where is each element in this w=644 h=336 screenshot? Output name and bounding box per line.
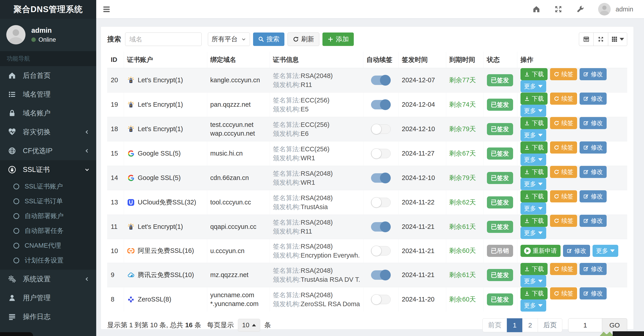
renew-button[interactable]: 续签: [550, 263, 577, 275]
sidebar-subitem-ssl-orders[interactable]: SSL证书订单: [0, 194, 96, 209]
table-fullscreen-button[interactable]: [594, 33, 608, 46]
download-button[interactable]: 下载: [520, 93, 548, 105]
sidebar-item-failover[interactable]: 容灾切换: [0, 123, 96, 141]
renew-button[interactable]: 续签: [550, 93, 577, 105]
table-row: 19Let's Encrypt(1)pan.qqzzz.net签名算法:ECC(…: [107, 92, 627, 117]
auto-renew-toggle[interactable]: [371, 295, 391, 304]
sidebar-subitem-ssl-accounts[interactable]: SSL证书账户: [0, 179, 96, 194]
next-page-button[interactable]: 后页: [538, 318, 562, 332]
download-button[interactable]: 下载: [520, 141, 548, 153]
renew-button[interactable]: 续签: [550, 190, 577, 202]
download-button[interactable]: 下载: [520, 215, 548, 227]
cell-issued-date: 2024-11-21: [398, 263, 446, 287]
sidebar-item-home[interactable]: 后台首页: [0, 66, 96, 85]
reapply-button[interactable]: 重新申请: [520, 245, 560, 257]
prev-page-button[interactable]: 前页: [482, 318, 507, 332]
cell-expires: 剩余60天: [446, 287, 484, 311]
edit-button[interactable]: 修改: [580, 215, 607, 227]
download-button[interactable]: 下载: [520, 68, 548, 80]
search-button[interactable]: 搜索: [253, 33, 284, 46]
cert-algo-label: 签名算法:: [273, 170, 301, 177]
auto-renew-toggle[interactable]: [371, 149, 391, 158]
toggle-knob: [371, 294, 382, 305]
sidebar-toggle-icon[interactable]: [104, 5, 110, 13]
auto-renew-toggle[interactable]: [371, 76, 391, 85]
wrench-icon[interactable]: [576, 5, 584, 13]
download-button[interactable]: 下载: [520, 287, 548, 299]
more-button[interactable]: 更多: [520, 275, 546, 287]
edit-button[interactable]: 修改: [580, 190, 607, 202]
sidebar-item-domain-manage[interactable]: 域名管理: [0, 85, 96, 104]
more-button[interactable]: 更多: [520, 202, 546, 215]
renew-button[interactable]: 续签: [550, 287, 577, 299]
edit-label: 修改: [591, 168, 603, 176]
renew-button[interactable]: 续签: [550, 215, 577, 227]
platform-select[interactable]: 所有平台: [208, 33, 250, 46]
page-jump-input[interactable]: [568, 318, 602, 332]
edit-button[interactable]: 修改: [580, 287, 607, 299]
sidebar-subitem-cron-settings[interactable]: 计划任务设置: [0, 253, 96, 268]
cert-algo: 签名算法:ECC(256): [273, 120, 360, 129]
sidebar-subitem-cname-proxy[interactable]: CNAME代理: [0, 238, 96, 253]
columns-view-button[interactable]: [579, 33, 594, 46]
cell-domains: kangle.cccyun.cn: [207, 68, 270, 92]
renew-button[interactable]: 续签: [550, 68, 577, 80]
account: Let's Encrypt(1): [127, 125, 204, 133]
sidebar-item-user-manage[interactable]: 用户管理: [0, 288, 96, 307]
auto-renew-toggle[interactable]: [371, 270, 391, 280]
auto-renew-toggle[interactable]: [371, 124, 391, 134]
fullscreen-icon[interactable]: [554, 5, 562, 13]
edit-button[interactable]: 修改: [580, 166, 607, 178]
sidebar-item-ssl-cert[interactable]: SSL证书: [0, 160, 96, 179]
sidebar-item-cf-ip[interactable]: CF优选IP: [0, 141, 96, 160]
edit-button[interactable]: 修改: [580, 68, 607, 80]
refresh-button[interactable]: 刷新: [288, 33, 319, 46]
more-button[interactable]: 更多: [520, 105, 546, 117]
renew-button[interactable]: 续签: [550, 117, 577, 129]
edit-button[interactable]: 修改: [580, 117, 607, 129]
auto-renew-toggle[interactable]: [371, 198, 391, 207]
edit-button[interactable]: 修改: [580, 263, 607, 275]
more-button[interactable]: 更多: [520, 178, 546, 190]
more-button[interactable]: 更多: [592, 245, 618, 257]
page-button-2[interactable]: 2: [522, 318, 538, 332]
user-status: Online: [31, 36, 56, 43]
download-button[interactable]: 下载: [520, 190, 548, 202]
more-button[interactable]: 更多: [520, 299, 546, 311]
topbar-user-menu[interactable]: admin: [598, 3, 633, 16]
page-button-1[interactable]: 1: [507, 318, 522, 332]
grid-columns-button[interactable]: [608, 33, 627, 46]
home-icon[interactable]: [532, 5, 540, 13]
cert-issuer-value: WR1: [301, 154, 315, 161]
download-button[interactable]: 下载: [520, 263, 548, 275]
per-page-select[interactable]: 10: [238, 319, 260, 332]
status-badge: 已吊销: [487, 245, 513, 257]
sidebar-subitem-deploy-tasks[interactable]: 自动部署任务: [0, 224, 96, 238]
sidebar-item-system-settings[interactable]: 系统设置: [0, 270, 96, 288]
download-button[interactable]: 下载: [520, 117, 548, 129]
go-button[interactable]: GO: [602, 318, 627, 332]
edit-button[interactable]: 修改: [563, 245, 590, 257]
renew-button[interactable]: 续签: [550, 141, 577, 153]
sidebar-subitem-deploy-accounts[interactable]: 自动部署账户: [0, 209, 96, 224]
add-button[interactable]: 添加: [322, 33, 354, 46]
edit-button[interactable]: 修改: [580, 141, 607, 153]
renew-button[interactable]: 续签: [550, 166, 577, 178]
renew-icon: [554, 194, 560, 199]
sidebar-item-domain-accounts[interactable]: 域名账户: [0, 104, 96, 123]
more-button[interactable]: 更多: [520, 227, 546, 239]
more-label: 更多: [524, 82, 536, 90]
sidebar-item-operation-logs[interactable]: 操作日志: [0, 307, 96, 326]
download-button[interactable]: 下载: [520, 166, 548, 178]
more-button[interactable]: 更多: [520, 80, 546, 92]
edit-button[interactable]: 修改: [580, 93, 607, 105]
auto-renew-toggle[interactable]: [371, 173, 391, 183]
cell-id: 14: [107, 166, 124, 190]
auto-renew-toggle[interactable]: [371, 246, 391, 256]
edit-icon: [583, 194, 589, 199]
search-input[interactable]: [125, 33, 202, 46]
more-button[interactable]: 更多: [520, 153, 546, 166]
auto-renew-toggle[interactable]: [371, 222, 391, 232]
auto-renew-toggle[interactable]: [371, 100, 391, 109]
more-button[interactable]: 更多: [520, 129, 546, 141]
